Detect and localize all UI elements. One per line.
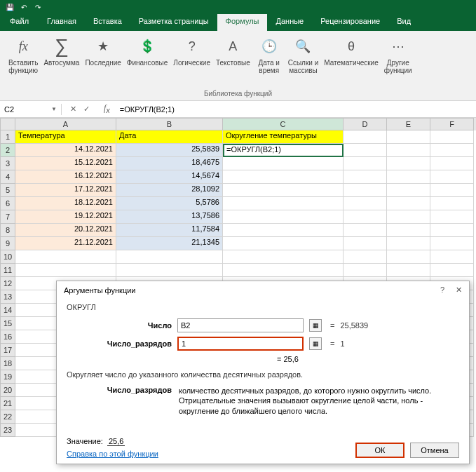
cell-F7[interactable] [430, 210, 474, 224]
cell-B2[interactable]: 25,5839 [116, 144, 223, 157]
cell-F6[interactable] [430, 197, 474, 210]
cell-B7[interactable]: 13,7586 [116, 210, 223, 224]
row-header[interactable]: 6 [0, 197, 15, 210]
tab-file[interactable]: Файл [0, 14, 39, 31]
cell-F5[interactable] [430, 184, 474, 197]
cell-E6[interactable] [387, 197, 430, 210]
col-header-A[interactable]: A [15, 118, 116, 130]
cell-C5[interactable] [223, 184, 344, 197]
cell-F4[interactable] [430, 170, 474, 184]
row-header[interactable]: 19 [0, 370, 15, 384]
cell-D10[interactable] [344, 250, 387, 264]
cell-D4[interactable] [344, 170, 387, 184]
cell-B4[interactable]: 14,5674 [116, 170, 223, 184]
cell-D9[interactable] [344, 237, 387, 250]
cell-A3[interactable]: 15.12.2021 [15, 157, 116, 170]
cell-C2[interactable]: =ОКРУГЛ(B2;1) [223, 144, 344, 157]
cell-F2[interactable] [430, 144, 474, 157]
cell-A11[interactable] [15, 264, 116, 277]
row-header[interactable]: 10 [0, 250, 15, 264]
cell-B10[interactable] [116, 250, 223, 264]
cell-A7[interactable]: 19.12.2021 [15, 210, 116, 224]
formula-input[interactable] [116, 104, 476, 115]
help-link[interactable]: Справка по этой функции [67, 450, 158, 458]
arg1-ref-button[interactable]: ▦ [309, 319, 322, 332]
cell-E10[interactable] [387, 250, 430, 264]
cell-F11[interactable] [430, 264, 474, 277]
row-header[interactable]: 3 [0, 157, 15, 170]
cell-F1[interactable] [430, 130, 474, 144]
cell-C6[interactable] [223, 197, 344, 210]
cell-E11[interactable] [387, 264, 430, 277]
row-header[interactable]: 18 [0, 357, 15, 370]
cell-E3[interactable] [387, 157, 430, 170]
cell-D11[interactable] [344, 264, 387, 277]
tab-formulas[interactable]: Формулы [217, 14, 268, 31]
cell-D7[interactable] [344, 210, 387, 224]
cell-A10[interactable] [15, 250, 116, 264]
cell-F9[interactable] [430, 237, 474, 250]
cell-B8[interactable]: 11,7584 [116, 224, 223, 237]
cell-D1[interactable] [344, 130, 387, 144]
cell-B11[interactable] [116, 264, 223, 277]
cell-D5[interactable] [344, 184, 387, 197]
row-header[interactable]: 5 [0, 184, 15, 197]
cell-C7[interactable] [223, 210, 344, 224]
col-header-C[interactable]: C [223, 118, 344, 130]
cell-E1[interactable] [387, 130, 430, 144]
col-header-D[interactable]: D [344, 118, 387, 130]
row-header[interactable]: 17 [0, 344, 15, 357]
cell-E9[interactable] [387, 237, 430, 250]
ok-button[interactable]: ОК [355, 443, 404, 458]
autosum-button[interactable]: ∑ Автосумма [41, 34, 82, 97]
datetime-button[interactable]: 🕒 Дата и время [253, 34, 285, 97]
help-icon[interactable]: ? [440, 285, 444, 295]
col-header-E[interactable]: E [387, 118, 430, 130]
cell-F10[interactable] [430, 250, 474, 264]
cell-C10[interactable] [223, 250, 344, 264]
tab-review[interactable]: Рецензирование [312, 14, 388, 31]
cell-D8[interactable] [344, 224, 387, 237]
save-icon[interactable]: 💾 [4, 1, 15, 13]
cell-C9[interactable] [223, 237, 344, 250]
tab-insert[interactable]: Вставка [85, 14, 130, 31]
arg2-input[interactable] [177, 337, 304, 351]
cell-F8[interactable] [430, 224, 474, 237]
tab-data[interactable]: Данные [267, 14, 312, 31]
cell-E2[interactable] [387, 144, 430, 157]
cell-D3[interactable] [344, 157, 387, 170]
insert-function-button[interactable]: fx Вставить функцию [6, 34, 41, 97]
financial-button[interactable]: 💲 Финансовые [124, 34, 171, 97]
row-header[interactable]: 21 [0, 397, 15, 410]
cell-C1[interactable]: Округление температуры [223, 130, 344, 144]
cell-A9[interactable]: 21.12.2021 [15, 237, 116, 250]
cell-E5[interactable] [387, 184, 430, 197]
name-box[interactable]: C2 ▼ [0, 104, 62, 115]
cell-C11[interactable] [223, 264, 344, 277]
cell-F3[interactable] [430, 157, 474, 170]
row-header[interactable]: 23 [0, 424, 15, 437]
recent-button[interactable]: ★ Последние [82, 34, 123, 97]
row-header[interactable]: 14 [0, 304, 15, 317]
tab-view[interactable]: Вид [388, 14, 419, 31]
row-header[interactable]: 13 [0, 290, 15, 304]
tab-home[interactable]: Главная [39, 14, 85, 31]
row-header[interactable]: 7 [0, 210, 15, 224]
cell-A1[interactable]: Температура [15, 130, 116, 144]
row-header[interactable]: 2 [0, 144, 15, 157]
cell-A8[interactable]: 20.12.2021 [15, 224, 116, 237]
text-button[interactable]: A Текстовые [213, 34, 253, 97]
row-header[interactable]: 16 [0, 330, 15, 344]
tab-layout[interactable]: Разметка страницы [130, 14, 217, 31]
cell-B3[interactable]: 18,4675 [116, 157, 223, 170]
row-header[interactable]: 11 [0, 264, 15, 277]
arg2-ref-button[interactable]: ▦ [309, 337, 322, 350]
col-header-F[interactable]: F [430, 118, 474, 130]
logical-button[interactable]: ? Логические [170, 34, 213, 97]
accept-formula-icon[interactable]: ✓ [83, 104, 90, 114]
row-header[interactable]: 20 [0, 384, 15, 397]
close-icon[interactable]: ✕ [456, 285, 462, 295]
cell-D6[interactable] [344, 197, 387, 210]
col-header-B[interactable]: B [116, 118, 223, 130]
arg1-input[interactable] [177, 318, 304, 332]
